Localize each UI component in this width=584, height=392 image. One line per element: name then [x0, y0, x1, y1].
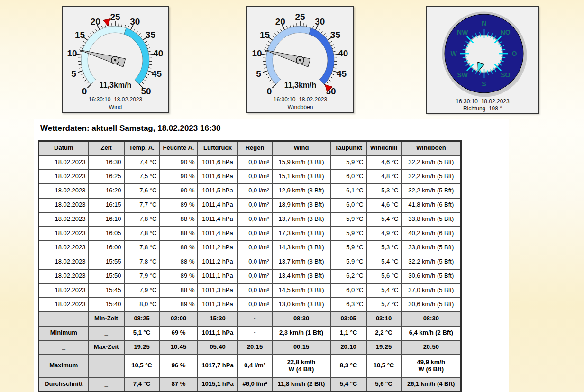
svg-text:5: 5 [71, 69, 76, 79]
table-cell: 13,7 km/h (3 Bft) [272, 212, 331, 227]
summary-cell: 20:50 [402, 340, 461, 355]
table-cell: 0,0 l/m² [238, 212, 272, 227]
table-cell: 1011,5 hPa [198, 184, 238, 198]
table-cell: 5,9 °C [331, 227, 366, 241]
table-cell: 5,4 °C [366, 255, 402, 269]
column-header: Wind [272, 141, 331, 155]
summary-cell: 08:25 [124, 312, 160, 326]
weather-data-row: 18.02.202316:257,5 °C90 %1011,6 hPa0,0 l… [39, 170, 461, 184]
weather-data-row: 18.02.202315:408,0 °C89 %1011,3 hPa0,0 l… [39, 298, 461, 312]
summary-cell: _ [39, 340, 89, 355]
svg-text:30: 30 [315, 17, 325, 27]
table-cell: 7,8 °C [124, 227, 160, 241]
wind-gauge-panel: 05101520253035404550 11,3km/h 16:30:10 1… [62, 6, 169, 113]
table-cell: 0,0 l/m² [238, 269, 272, 283]
column-header: Zeit [89, 141, 124, 155]
summary-row: Minimum_5,1 °C69 %1011,1 hPa-2,3 km/h (1… [39, 326, 461, 340]
wind-gusts-gauge-title: Windböen [247, 104, 353, 110]
table-cell: 0,0 l/m² [238, 170, 272, 184]
table-cell: 41,8 km/h (6 Bft) [402, 198, 461, 212]
weather-data-row: 18.02.202316:157,7 °C89 %1011,4 hPa0,0 l… [39, 198, 461, 212]
table-cell: 5,9 °C [331, 155, 366, 170]
summary-cell: 6,4 km/h (2 Bft) [402, 326, 461, 340]
summary-row: Durchschnitt_7,4 °C87 %1015,1 hPa#6,0 l/… [39, 377, 461, 392]
table-cell: 16:15 [89, 198, 124, 212]
summary-cell: 5,4 °C [331, 377, 366, 392]
table-cell: 7,6 °C [124, 184, 160, 198]
summary-cell: 1015,1 hPa [198, 377, 238, 392]
summary-cell: Min-Zeit [89, 312, 124, 326]
svg-text:15: 15 [75, 30, 85, 40]
summary-cell: 5,1 °C [124, 326, 160, 340]
svg-text:15: 15 [260, 30, 270, 40]
summary-cell: 19:25 [124, 340, 160, 355]
svg-text:10: 10 [67, 48, 77, 58]
summary-cell: 2,2 °C [366, 326, 402, 340]
table-cell: 88 % [160, 241, 198, 255]
table-cell: 90 % [160, 170, 198, 184]
summary-cell: 19:25 [366, 340, 402, 355]
summary-cell: 08:30 [272, 312, 331, 326]
table-cell: 0,0 l/m² [238, 198, 272, 212]
column-header: Windböen [402, 141, 461, 155]
svg-text:W: W [450, 50, 457, 57]
table-cell: 18.02.2023 [39, 269, 89, 283]
summary-cell: 26,1 km/h (4 Bft) [402, 377, 461, 392]
compass-timestamp: 16:30:10 18.02.2023 [427, 98, 538, 105]
summary-cell: _ [89, 377, 124, 392]
summary-cell: 22,8 km/h W (4 Bft) [272, 355, 331, 377]
table-cell: 18.02.2023 [39, 212, 89, 227]
svg-text:45: 45 [337, 69, 347, 79]
svg-text:SO: SO [501, 71, 510, 79]
table-cell: 13,0 km/h (3 Bft) [272, 298, 331, 312]
summary-cell: 69 % [160, 326, 198, 340]
weather-dashboard: { "gauges": [ { "label": "Wind", "value"… [0, 0, 584, 392]
summary-cell: Maximum [39, 355, 89, 377]
svg-text:25: 25 [295, 12, 305, 22]
table-cell: 14,5 km/h (3 Bft) [272, 283, 331, 298]
table-cell: 1011,6 hPa [198, 170, 238, 184]
table-cell: 13,7 km/h (3 Bft) [272, 255, 331, 269]
summary-cell: 20:10 [331, 340, 366, 355]
table-cell: 5,4 °C [366, 283, 402, 298]
svg-text:10: 10 [252, 48, 262, 58]
table-cell: 18,9 km/h (3 Bft) [272, 198, 331, 212]
column-header: Datum [39, 141, 89, 155]
table-cell: 30,6 km/h (5 Bft) [402, 269, 461, 283]
table-cell: 16:25 [89, 170, 124, 184]
table-cell: 0,0 l/m² [238, 241, 272, 255]
summary-cell: Durchschnitt [39, 377, 89, 392]
table-cell: 18.02.2023 [39, 241, 89, 255]
table-cell: 6,2 °C [331, 269, 366, 283]
table-cell: 8,0 °C [124, 298, 160, 312]
summary-cell: 03:10 [366, 312, 402, 326]
wind-gusts-gauge-panel: 05101520253035404550 11,3km/h 16:30:10 1… [246, 6, 354, 113]
compass-direction-caption: Richtung 198 ° [427, 105, 538, 112]
table-cell: 1011,4 hPa [198, 212, 238, 227]
table-cell: 6,0 °C [331, 170, 366, 184]
table-cell: 5,3 °C [366, 184, 402, 198]
table-cell: 6,0 °C [331, 283, 366, 298]
table-cell: 1011,4 hPa [198, 227, 238, 241]
table-cell: 16:10 [89, 212, 124, 227]
weather-table: DatumZeitTemp. A.Feuchte A.LuftdruckRege… [38, 140, 462, 392]
summary-cell: 08:30 [402, 312, 461, 326]
summary-cell: 10:45 [160, 340, 198, 355]
column-header: Windchill [366, 141, 402, 155]
svg-text:NW: NW [457, 28, 468, 36]
summary-cell: 03:05 [331, 312, 366, 326]
svg-text:35: 35 [330, 30, 341, 40]
summary-cell: 49,9 km/h W (6 Bft) [402, 355, 461, 377]
table-cell: 0,0 l/m² [238, 155, 272, 170]
table-cell: 0,0 l/m² [238, 255, 272, 269]
svg-text:SW: SW [457, 71, 468, 79]
summary-cell: 11,8 km/h (2 Bft) [272, 377, 331, 392]
table-cell: 7,7 °C [124, 198, 160, 212]
weather-data-row: 18.02.202316:107,8 °C88 %1011,4 hPa0,0 l… [39, 212, 461, 227]
table-cell: 1011,6 hPa [198, 155, 238, 170]
table-cell: 0,0 l/m² [238, 283, 272, 298]
weather-data-row: 18.02.202316:307,4 °C90 %1011,6 hPa0,0 l… [39, 155, 461, 170]
table-cell: 18.02.2023 [39, 227, 89, 241]
summary-cell: 10,5 °C [124, 355, 160, 377]
weather-data-row: 18.02.202315:457,9 °C88 %1011,3 hPa0,0 l… [39, 283, 461, 298]
